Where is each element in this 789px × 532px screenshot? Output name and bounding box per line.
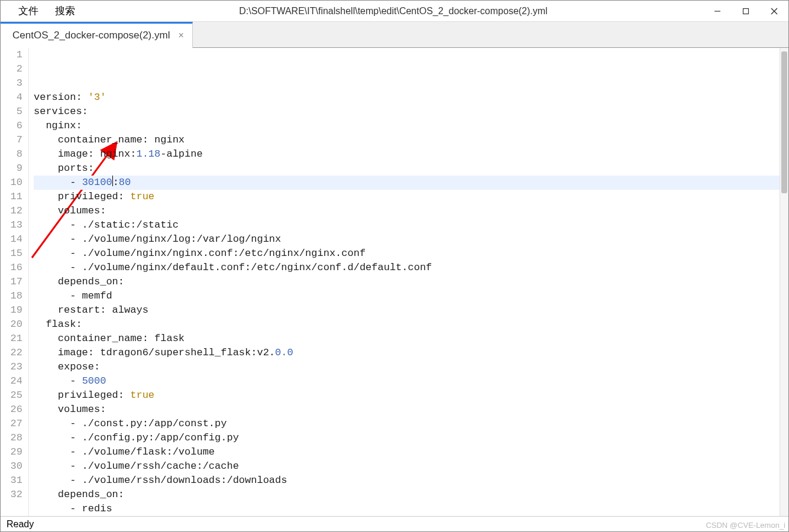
menu-file[interactable]: 文件 [10,1,47,21]
code-line[interactable]: - ./volume/nginx/nginx.conf:/etc/nginx/n… [34,246,780,261]
line-number: 9 [1,161,22,176]
code-line[interactable]: depends_on: [34,275,780,289]
line-number: 8 [1,147,22,161]
code-token: true [130,390,154,401]
close-button[interactable] [760,1,788,22]
maximize-icon [742,7,750,15]
menu-search[interactable]: 搜索 [47,1,83,21]
line-number: 16 [1,261,22,275]
maximize-button[interactable] [732,1,760,22]
code-token: nginx: [34,120,82,131]
line-number: 12 [1,204,22,218]
code-line[interactable]: nginx: [34,119,780,133]
line-number: 1 [1,48,22,62]
code-token: image: tdragon6/supershell_flask:v2. [34,347,275,358]
line-number: 27 [1,417,22,431]
code-token: - ./config.py:/app/config.py [34,432,239,443]
line-number: 21 [1,332,22,346]
code-token: - ./volume/rssh/downloads:/downloads [34,475,287,486]
line-number: 13 [1,218,22,232]
code-line[interactable]: restart: always [34,303,780,317]
code-token: -alpine [160,148,202,160]
window-title: D:\SOFTWARE\IT\finalshell\temp\edit\Cent… [83,6,703,17]
scrollbar-thumb[interactable] [781,51,787,193]
code-line[interactable]: - 5000 [34,374,780,388]
code-line[interactable]: - ./const.py:/app/const.py [34,417,780,431]
code-token: - redis [34,503,112,514]
line-number-gutter: 1234567891011121314151617181920212223242… [1,48,29,516]
tab-bar: CentOS_2_docker-compose(2).yml × [1,22,788,48]
code-token: - ./const.py:/app/const.py [34,418,227,429]
code-token: depends_on: [34,489,124,500]
code-line[interactable]: - ./volume/flask:/volume [34,445,780,459]
code-line[interactable]: - redis [34,502,780,516]
line-number: 10 [1,176,22,190]
code-token: 0.0 [275,347,293,358]
tab-active[interactable]: CentOS_2_docker-compose(2).yml × [1,22,193,48]
code-token: volumes: [34,404,106,415]
code-token: image: nginx: [34,148,136,160]
code-line[interactable]: image: tdragon6/supershell_flask:v2.0.0 [34,346,780,360]
code-token: 1.18 [136,148,160,160]
line-number: 25 [1,388,22,403]
code-line[interactable]: privileged: true [34,190,780,204]
line-number: 31 [1,473,22,488]
line-number: 11 [1,190,22,204]
code-token: true [130,191,154,202]
code-line[interactable]: container_name: flask [34,332,780,346]
code-line[interactable]: expose: [34,360,780,374]
code-token: - memfd [34,290,112,301]
code-line[interactable]: depends_on: [34,488,780,502]
code-line[interactable]: version: '3' [34,90,780,105]
code-content[interactable]: version: '3'services: nginx: container_n… [29,48,780,516]
code-token: - ./volume/flask:/volume [34,446,215,458]
code-token: depends_on: [34,276,124,287]
code-token: version: [34,92,88,103]
line-number: 23 [1,360,22,374]
code-token: - ./volume/rssh/cache:/cache [34,460,239,472]
code-token: services: [34,106,88,117]
code-line[interactable]: services: [34,105,780,119]
menu-bar: 文件 搜索 [1,1,83,21]
code-line[interactable]: - ./volume/nginx/log:/var/log/nginx [34,232,780,246]
line-number: 14 [1,232,22,246]
line-number: 4 [1,90,22,105]
code-token: container_name: nginx [34,134,185,145]
code-line[interactable]: - 30100:80 [34,176,780,190]
line-number: 2 [1,62,22,76]
code-token: : [113,177,119,188]
code-token: expose: [34,361,100,372]
line-number: 24 [1,374,22,388]
code-line[interactable]: ports: [34,161,780,176]
svg-rect-1 [743,8,749,14]
code-line[interactable]: - ./static:/static [34,218,780,232]
code-token: 5000 [82,375,106,387]
code-line[interactable]: volumes: [34,204,780,218]
titlebar: 文件 搜索 D:\SOFTWARE\IT\finalshell\temp\edi… [1,1,788,22]
code-editor[interactable]: 1234567891011121314151617181920212223242… [1,48,780,516]
tab-close-icon[interactable]: × [178,30,183,41]
line-number: 20 [1,317,22,332]
code-line[interactable]: flask: [34,317,780,332]
code-line[interactable]: - ./volume/rssh/cache:/cache [34,459,780,473]
code-line[interactable]: image: nginx:1.18-alpine [34,147,780,161]
status-text: Ready [7,519,34,530]
line-number: 28 [1,431,22,445]
line-number: 30 [1,459,22,473]
code-line[interactable]: - ./volume/nginx/default.conf:/etc/nginx… [34,261,780,275]
code-line[interactable]: - ./volume/rssh/downloads:/downloads [34,473,780,488]
code-line[interactable]: - ./config.py:/app/config.py [34,431,780,445]
code-line[interactable]: container_name: nginx [34,133,780,147]
code-line[interactable]: privileged: true [34,388,780,403]
code-token: - [34,177,82,188]
code-token: - ./volume/nginx/log:/var/log/nginx [34,233,281,245]
code-line[interactable]: - memfd [34,289,780,303]
code-token: volumes: [34,205,106,216]
minimize-button[interactable] [703,1,732,22]
close-icon [770,7,778,15]
minimize-icon [713,7,722,15]
line-number: 6 [1,119,22,133]
code-token: 80 [119,177,131,188]
scrollbar-vertical[interactable] [780,48,788,516]
code-line[interactable]: volumes: [34,403,780,417]
